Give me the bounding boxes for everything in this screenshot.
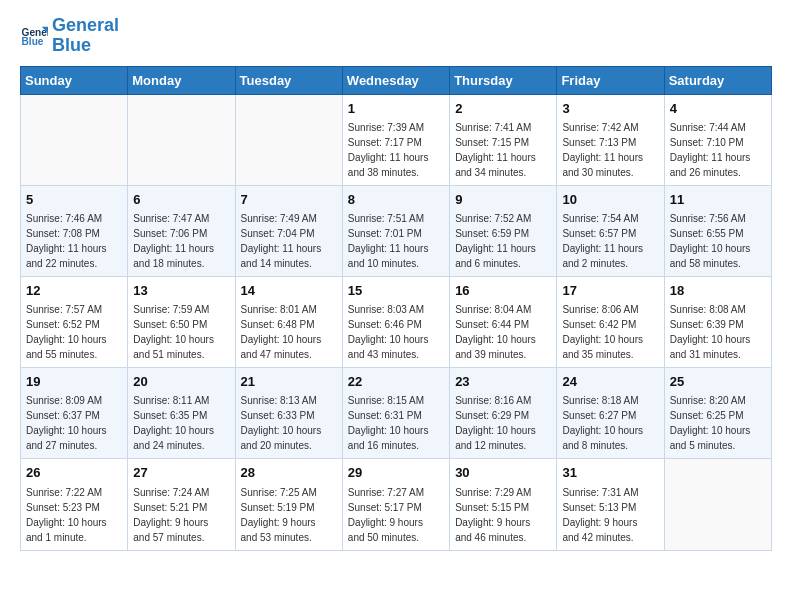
day-detail: Sunrise: 7:47 AM Sunset: 7:06 PM Dayligh… [133, 211, 229, 271]
calendar-cell: 6Sunrise: 7:47 AM Sunset: 7:06 PM Daylig… [128, 185, 235, 276]
calendar-cell: 28Sunrise: 7:25 AM Sunset: 5:19 PM Dayli… [235, 459, 342, 550]
calendar-cell: 2Sunrise: 7:41 AM Sunset: 7:15 PM Daylig… [450, 94, 557, 185]
day-detail: Sunrise: 7:27 AM Sunset: 5:17 PM Dayligh… [348, 485, 444, 545]
day-number: 5 [26, 191, 122, 209]
calendar-cell: 29Sunrise: 7:27 AM Sunset: 5:17 PM Dayli… [342, 459, 449, 550]
header: General Blue GeneralBlue [20, 16, 772, 56]
day-detail: Sunrise: 7:46 AM Sunset: 7:08 PM Dayligh… [26, 211, 122, 271]
calendar-cell [235, 94, 342, 185]
calendar-cell: 17Sunrise: 8:06 AM Sunset: 6:42 PM Dayli… [557, 276, 664, 367]
day-detail: Sunrise: 7:44 AM Sunset: 7:10 PM Dayligh… [670, 120, 766, 180]
calendar-cell: 21Sunrise: 8:13 AM Sunset: 6:33 PM Dayli… [235, 368, 342, 459]
day-number: 18 [670, 282, 766, 300]
calendar-cell: 5Sunrise: 7:46 AM Sunset: 7:08 PM Daylig… [21, 185, 128, 276]
day-number: 19 [26, 373, 122, 391]
logo: General Blue GeneralBlue [20, 16, 119, 56]
weekday-header-thursday: Thursday [450, 66, 557, 94]
weekday-header-monday: Monday [128, 66, 235, 94]
day-number: 26 [26, 464, 122, 482]
day-detail: Sunrise: 7:54 AM Sunset: 6:57 PM Dayligh… [562, 211, 658, 271]
page: General Blue GeneralBlue SundayMondayTue… [0, 0, 792, 567]
calendar-cell: 10Sunrise: 7:54 AM Sunset: 6:57 PM Dayli… [557, 185, 664, 276]
day-detail: Sunrise: 8:01 AM Sunset: 6:48 PM Dayligh… [241, 302, 337, 362]
weekday-header-sunday: Sunday [21, 66, 128, 94]
day-number: 16 [455, 282, 551, 300]
day-detail: Sunrise: 7:29 AM Sunset: 5:15 PM Dayligh… [455, 485, 551, 545]
calendar-cell: 25Sunrise: 8:20 AM Sunset: 6:25 PM Dayli… [664, 368, 771, 459]
day-number: 23 [455, 373, 551, 391]
weekday-header-friday: Friday [557, 66, 664, 94]
day-number: 15 [348, 282, 444, 300]
day-detail: Sunrise: 7:51 AM Sunset: 7:01 PM Dayligh… [348, 211, 444, 271]
calendar-cell: 23Sunrise: 8:16 AM Sunset: 6:29 PM Dayli… [450, 368, 557, 459]
calendar-table: SundayMondayTuesdayWednesdayThursdayFrid… [20, 66, 772, 551]
day-number: 11 [670, 191, 766, 209]
day-detail: Sunrise: 7:42 AM Sunset: 7:13 PM Dayligh… [562, 120, 658, 180]
calendar-cell: 8Sunrise: 7:51 AM Sunset: 7:01 PM Daylig… [342, 185, 449, 276]
day-detail: Sunrise: 8:11 AM Sunset: 6:35 PM Dayligh… [133, 393, 229, 453]
calendar-cell: 20Sunrise: 8:11 AM Sunset: 6:35 PM Dayli… [128, 368, 235, 459]
calendar-cell: 27Sunrise: 7:24 AM Sunset: 5:21 PM Dayli… [128, 459, 235, 550]
day-detail: Sunrise: 8:03 AM Sunset: 6:46 PM Dayligh… [348, 302, 444, 362]
calendar-cell: 30Sunrise: 7:29 AM Sunset: 5:15 PM Dayli… [450, 459, 557, 550]
calendar-cell: 15Sunrise: 8:03 AM Sunset: 6:46 PM Dayli… [342, 276, 449, 367]
day-detail: Sunrise: 8:16 AM Sunset: 6:29 PM Dayligh… [455, 393, 551, 453]
calendar-cell: 18Sunrise: 8:08 AM Sunset: 6:39 PM Dayli… [664, 276, 771, 367]
calendar-week-4: 19Sunrise: 8:09 AM Sunset: 6:37 PM Dayli… [21, 368, 772, 459]
logo-text: GeneralBlue [52, 16, 119, 56]
day-number: 24 [562, 373, 658, 391]
day-detail: Sunrise: 7:57 AM Sunset: 6:52 PM Dayligh… [26, 302, 122, 362]
day-number: 12 [26, 282, 122, 300]
calendar-cell: 3Sunrise: 7:42 AM Sunset: 7:13 PM Daylig… [557, 94, 664, 185]
weekday-header-tuesday: Tuesday [235, 66, 342, 94]
day-number: 20 [133, 373, 229, 391]
calendar-cell: 7Sunrise: 7:49 AM Sunset: 7:04 PM Daylig… [235, 185, 342, 276]
day-detail: Sunrise: 8:06 AM Sunset: 6:42 PM Dayligh… [562, 302, 658, 362]
day-detail: Sunrise: 7:22 AM Sunset: 5:23 PM Dayligh… [26, 485, 122, 545]
day-detail: Sunrise: 8:15 AM Sunset: 6:31 PM Dayligh… [348, 393, 444, 453]
day-detail: Sunrise: 7:25 AM Sunset: 5:19 PM Dayligh… [241, 485, 337, 545]
weekday-header-saturday: Saturday [664, 66, 771, 94]
day-number: 2 [455, 100, 551, 118]
day-number: 14 [241, 282, 337, 300]
day-number: 25 [670, 373, 766, 391]
day-detail: Sunrise: 8:08 AM Sunset: 6:39 PM Dayligh… [670, 302, 766, 362]
calendar-week-2: 5Sunrise: 7:46 AM Sunset: 7:08 PM Daylig… [21, 185, 772, 276]
calendar-cell: 24Sunrise: 8:18 AM Sunset: 6:27 PM Dayli… [557, 368, 664, 459]
day-detail: Sunrise: 7:39 AM Sunset: 7:17 PM Dayligh… [348, 120, 444, 180]
calendar-cell [128, 94, 235, 185]
calendar-week-3: 12Sunrise: 7:57 AM Sunset: 6:52 PM Dayli… [21, 276, 772, 367]
calendar-week-5: 26Sunrise: 7:22 AM Sunset: 5:23 PM Dayli… [21, 459, 772, 550]
day-detail: Sunrise: 7:41 AM Sunset: 7:15 PM Dayligh… [455, 120, 551, 180]
calendar-cell [21, 94, 128, 185]
day-detail: Sunrise: 7:49 AM Sunset: 7:04 PM Dayligh… [241, 211, 337, 271]
day-number: 8 [348, 191, 444, 209]
day-number: 10 [562, 191, 658, 209]
day-number: 9 [455, 191, 551, 209]
day-number: 21 [241, 373, 337, 391]
calendar-cell: 26Sunrise: 7:22 AM Sunset: 5:23 PM Dayli… [21, 459, 128, 550]
day-detail: Sunrise: 8:18 AM Sunset: 6:27 PM Dayligh… [562, 393, 658, 453]
day-detail: Sunrise: 7:24 AM Sunset: 5:21 PM Dayligh… [133, 485, 229, 545]
day-detail: Sunrise: 7:59 AM Sunset: 6:50 PM Dayligh… [133, 302, 229, 362]
day-detail: Sunrise: 7:52 AM Sunset: 6:59 PM Dayligh… [455, 211, 551, 271]
calendar-cell: 1Sunrise: 7:39 AM Sunset: 7:17 PM Daylig… [342, 94, 449, 185]
day-number: 4 [670, 100, 766, 118]
day-detail: Sunrise: 8:13 AM Sunset: 6:33 PM Dayligh… [241, 393, 337, 453]
logo-icon: General Blue [20, 22, 48, 50]
weekday-header-wednesday: Wednesday [342, 66, 449, 94]
day-number: 17 [562, 282, 658, 300]
calendar-cell: 9Sunrise: 7:52 AM Sunset: 6:59 PM Daylig… [450, 185, 557, 276]
day-detail: Sunrise: 7:31 AM Sunset: 5:13 PM Dayligh… [562, 485, 658, 545]
day-number: 28 [241, 464, 337, 482]
day-detail: Sunrise: 8:04 AM Sunset: 6:44 PM Dayligh… [455, 302, 551, 362]
calendar-cell: 16Sunrise: 8:04 AM Sunset: 6:44 PM Dayli… [450, 276, 557, 367]
calendar-cell: 11Sunrise: 7:56 AM Sunset: 6:55 PM Dayli… [664, 185, 771, 276]
calendar-cell: 31Sunrise: 7:31 AM Sunset: 5:13 PM Dayli… [557, 459, 664, 550]
calendar-cell: 19Sunrise: 8:09 AM Sunset: 6:37 PM Dayli… [21, 368, 128, 459]
day-number: 31 [562, 464, 658, 482]
day-number: 27 [133, 464, 229, 482]
day-number: 7 [241, 191, 337, 209]
day-number: 3 [562, 100, 658, 118]
calendar-cell: 14Sunrise: 8:01 AM Sunset: 6:48 PM Dayli… [235, 276, 342, 367]
